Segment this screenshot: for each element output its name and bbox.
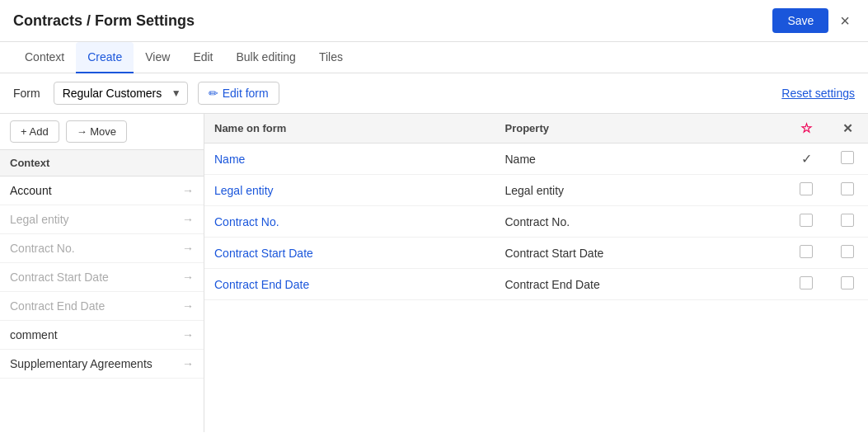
name-on-form-cell[interactable]: Legal entity: [204, 175, 495, 206]
sidebar-item-label: Contract No.: [10, 242, 75, 255]
star-cell[interactable]: [786, 206, 827, 238]
remove-cell[interactable]: [827, 269, 868, 300]
app-container: Contracts / Form Settings Save × Context…: [0, 0, 868, 432]
arrow-icon: →: [182, 271, 194, 284]
name-on-form-cell[interactable]: Contract No.: [204, 206, 495, 238]
tabs-bar: Context Create View Edit Bulk editing Ti…: [0, 42, 868, 73]
sidebar: + Add → Move Context Account → Legal ent…: [0, 114, 204, 432]
table-header-row: Name on form Property ☆ ✕: [204, 114, 868, 144]
title-bar: Contracts / Form Settings Save ×: [0, 0, 868, 42]
pencil-icon: ✏: [209, 87, 218, 100]
tab-tiles[interactable]: Tiles: [307, 42, 354, 73]
tab-view[interactable]: View: [134, 42, 181, 73]
property-cell: Contract End Date: [495, 269, 786, 300]
sidebar-item-contract-end-date[interactable]: Contract End Date →: [0, 292, 204, 321]
star-checkbox[interactable]: [800, 276, 813, 289]
arrow-icon: →: [182, 184, 194, 197]
edit-form-button[interactable]: ✏ Edit form: [198, 82, 279, 105]
col-remove: ✕: [827, 114, 868, 144]
star-checkbox[interactable]: [800, 245, 813, 258]
table-row: Name Name ✓: [204, 144, 868, 175]
tab-bulk-editing[interactable]: Bulk editing: [225, 42, 307, 73]
add-button[interactable]: + Add: [10, 120, 59, 143]
property-cell: Contract Start Date: [495, 238, 786, 269]
sidebar-item-label: Legal entity: [10, 213, 69, 226]
table-row: Contract No. Contract No.: [204, 206, 868, 238]
close-button[interactable]: ×: [835, 11, 855, 31]
reset-settings-link[interactable]: Reset settings: [781, 87, 855, 100]
star-cell[interactable]: [786, 269, 827, 300]
remove-cell[interactable]: [827, 144, 868, 175]
arrow-icon: →: [182, 357, 194, 370]
col-name-on-form: Name on form: [204, 114, 495, 144]
table-row: Legal entity Legal entity: [204, 175, 868, 206]
tab-context[interactable]: Context: [13, 42, 76, 73]
name-on-form-cell[interactable]: Contract Start Date: [204, 238, 495, 269]
property-cell: Name: [495, 144, 786, 175]
tab-create[interactable]: Create: [76, 42, 134, 73]
remove-checkbox[interactable]: [841, 245, 854, 258]
sidebar-item-label: Contract End Date: [10, 299, 105, 313]
property-cell: Legal entity: [495, 175, 786, 206]
star-checkbox[interactable]: [800, 182, 813, 195]
sidebar-item-legal-entity[interactable]: Legal entity →: [0, 205, 204, 234]
toolbar-left: Form Regular Customers ▼ ✏ Edit form: [13, 82, 279, 105]
col-property: Property: [495, 114, 786, 144]
sidebar-item-label: comment: [10, 328, 58, 341]
star-cell[interactable]: [786, 175, 827, 206]
save-button[interactable]: Save: [772, 8, 828, 33]
remove-cell[interactable]: [827, 238, 868, 269]
sidebar-item-label: Contract Start Date: [10, 271, 109, 284]
form-select-wrap: Regular Customers ▼: [54, 82, 188, 105]
name-on-form-cell[interactable]: Name: [204, 144, 495, 175]
edit-form-label: Edit form: [223, 87, 269, 100]
property-cell: Contract No.: [495, 206, 786, 238]
arrow-icon: →: [182, 242, 194, 255]
sidebar-item-supplementary-agreements[interactable]: Supplementary Agreements →: [0, 350, 204, 379]
add-move-bar: + Add → Move: [0, 114, 204, 150]
form-select[interactable]: Regular Customers: [54, 82, 188, 105]
star-cell[interactable]: ✓: [786, 144, 827, 175]
remove-cell[interactable]: [827, 175, 868, 206]
sidebar-item-account[interactable]: Account →: [0, 176, 204, 205]
remove-checkbox[interactable]: [841, 182, 854, 195]
sidebar-item-label: Account: [10, 184, 52, 197]
form-label: Form: [13, 87, 40, 100]
table-row: Contract End Date Contract End Date: [204, 269, 868, 300]
title-bar-actions: Save ×: [772, 8, 855, 33]
sidebar-item-contract-no[interactable]: Contract No. →: [0, 234, 204, 263]
remove-checkbox[interactable]: [841, 276, 854, 289]
remove-cell[interactable]: [827, 206, 868, 238]
checkmark-icon: ✓: [801, 152, 812, 166]
sidebar-header: Context: [0, 150, 204, 176]
toolbar: Form Regular Customers ▼ ✏ Edit form Res…: [0, 73, 868, 114]
table-area: Name on form Property ☆ ✕ Name Na: [204, 114, 868, 432]
star-checkbox[interactable]: [800, 214, 813, 227]
sidebar-item-label: Supplementary Agreements: [10, 357, 152, 370]
tab-edit[interactable]: Edit: [181, 42, 224, 73]
table-row: Contract Start Date Contract Start Date: [204, 238, 868, 269]
form-table: Name on form Property ☆ ✕ Name Na: [204, 114, 868, 300]
star-header-icon: ☆: [800, 121, 812, 135]
sidebar-item-contract-start-date[interactable]: Contract Start Date →: [0, 263, 204, 292]
content-area: + Add → Move Context Account → Legal ent…: [0, 114, 868, 432]
x-header-icon: ✕: [842, 121, 853, 135]
name-on-form-cell[interactable]: Contract End Date: [204, 269, 495, 300]
page-title: Contracts / Form Settings: [13, 12, 195, 30]
arrow-icon: →: [182, 213, 194, 226]
star-cell[interactable]: [786, 238, 827, 269]
arrow-icon: →: [182, 299, 194, 313]
arrow-icon: →: [182, 328, 194, 341]
move-button[interactable]: → Move: [66, 120, 127, 143]
remove-checkbox[interactable]: [841, 214, 854, 227]
remove-checkbox[interactable]: [841, 151, 854, 164]
col-star: ☆: [786, 114, 827, 144]
sidebar-item-comment[interactable]: comment →: [0, 321, 204, 350]
sidebar-header-label: Context: [10, 157, 49, 169]
